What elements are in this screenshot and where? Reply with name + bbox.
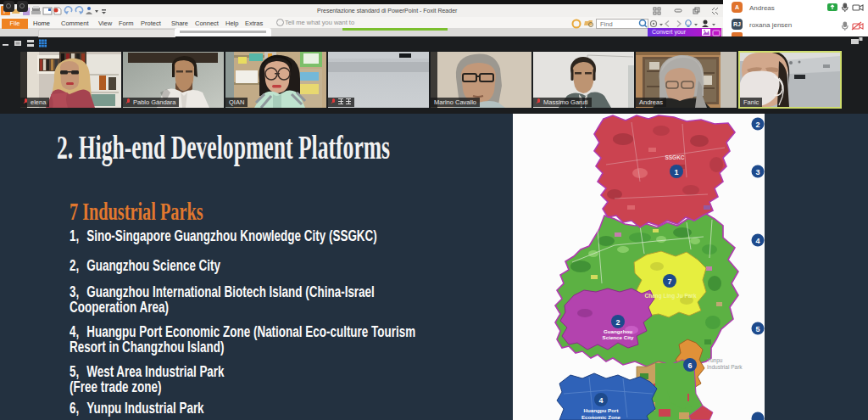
svg-text:Economic Zone: Economic Zone: [581, 414, 621, 420]
svg-text:Science City: Science City: [603, 334, 634, 340]
svg-text:6: 6: [687, 361, 692, 370]
svg-text:5: 5: [755, 325, 760, 333]
svg-text:Chang Ling Ju Park: Chang Ling Ju Park: [644, 293, 696, 300]
svg-text:Yunpu: Yunpu: [707, 357, 723, 364]
svg-text:2: 2: [615, 318, 620, 327]
svg-text:Huangpu Port: Huangpu Port: [584, 407, 619, 413]
svg-text:4: 4: [755, 237, 760, 245]
svg-text:1: 1: [674, 168, 678, 176]
svg-text:SSGKC: SSGKC: [665, 154, 684, 160]
svg-text:4: 4: [598, 396, 603, 405]
svg-text:Industrial Park: Industrial Park: [707, 364, 743, 370]
svg-text:7: 7: [667, 277, 671, 286]
svg-text:3: 3: [755, 168, 760, 176]
svg-text:Guangzhou: Guangzhou: [604, 328, 632, 334]
svg-text:2: 2: [755, 120, 760, 129]
